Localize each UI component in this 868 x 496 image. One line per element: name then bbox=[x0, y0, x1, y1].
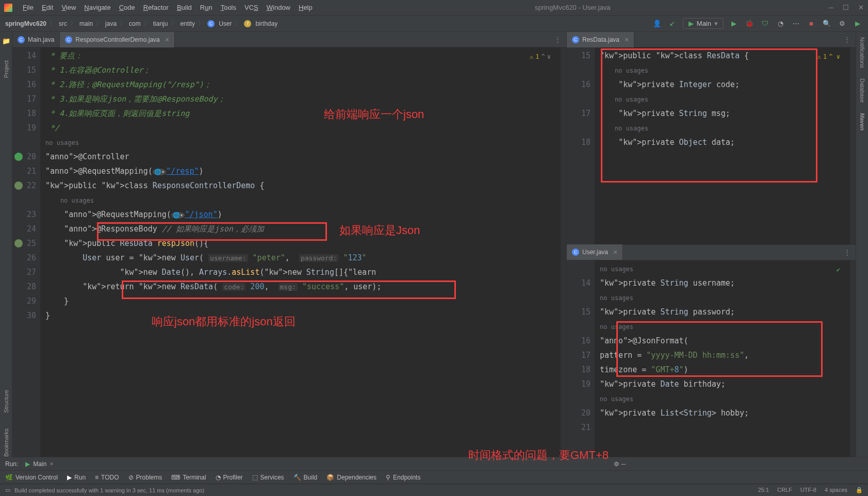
crumb-entity[interactable]: entity bbox=[180, 20, 195, 27]
stop-button[interactable]: ■ bbox=[806, 19, 816, 29]
field-icon: f bbox=[244, 20, 251, 27]
menu-code[interactable]: Code bbox=[115, 4, 139, 11]
run-panel-tab[interactable]: ▶ Main × bbox=[25, 460, 53, 468]
crumb-java[interactable]: java bbox=[105, 20, 117, 27]
tool-run[interactable]: ▶Run bbox=[67, 474, 86, 481]
tab-resdata[interactable]: C ResData.java × bbox=[567, 32, 634, 47]
minimize-icon[interactable]: ─ bbox=[829, 4, 833, 11]
project-tool-icon[interactable]: 📁 bbox=[2, 37, 10, 45]
add-user-icon[interactable]: 👤 bbox=[652, 19, 662, 29]
tab-close-icon[interactable]: × bbox=[625, 36, 629, 44]
menu-window[interactable]: Window bbox=[263, 4, 294, 11]
menu-run[interactable]: Run bbox=[196, 4, 217, 11]
tool-version-control[interactable]: 🌿Version Control bbox=[5, 474, 58, 481]
status-icon[interactable]: ▭ bbox=[5, 487, 10, 493]
tool-endpoints[interactable]: ⚲Endpoints bbox=[386, 474, 420, 481]
tab-main-java[interactable]: C Main.java bbox=[12, 32, 60, 47]
run-tab-label: Main bbox=[33, 460, 46, 468]
menu-file[interactable]: File bbox=[19, 4, 38, 11]
bottom-tool-bar: 🌿Version Control ▶Run ≡TODO ⊘Problems ⌨T… bbox=[0, 470, 868, 484]
ide-logo-icon bbox=[4, 4, 12, 12]
chevron-down-icon: ▾ bbox=[714, 20, 718, 27]
editor-right-bottom: C User.java × ⋮ ✔ 1415161718192021 no us… bbox=[567, 244, 856, 457]
tool-build[interactable]: 🔨Build bbox=[293, 474, 318, 481]
tool-dependencies[interactable]: 📦Dependencies bbox=[326, 474, 376, 481]
main-toolbar: 👤 ↙ ▶ Main ▾ ▶ 🐞 🛡 ◔ ⋯ ■ 🔍 ⚙ ▶ bbox=[652, 18, 863, 29]
left-tool-strip: 📁 Project Structure Bookmarks bbox=[0, 32, 12, 457]
side-database[interactable]: Database bbox=[859, 78, 865, 103]
tab-menu-icon[interactable]: ⋮ bbox=[839, 249, 856, 256]
menu-vcs[interactable]: VCS bbox=[240, 4, 263, 11]
right-top-tabs: C ResData.java × ⋮ bbox=[567, 32, 856, 47]
crumb-com[interactable]: com bbox=[129, 20, 141, 27]
class-icon: C bbox=[207, 20, 215, 27]
java-class-icon: C bbox=[18, 36, 25, 43]
menu-help[interactable]: Help bbox=[294, 4, 317, 11]
window-title: springMvc620 - User.java bbox=[317, 4, 829, 11]
side-structure[interactable]: Structure bbox=[3, 390, 9, 413]
menu-tools[interactable]: Tools bbox=[217, 4, 240, 11]
settings-icon[interactable]: ⚙ bbox=[837, 19, 847, 29]
run-config-selector[interactable]: ▶ Main ▾ bbox=[683, 18, 724, 29]
crumb-src[interactable]: src bbox=[59, 20, 67, 27]
tab-response-controller[interactable]: C ResponseControllerDemo.java × bbox=[60, 32, 175, 47]
profiler-button[interactable]: ◔ bbox=[775, 19, 785, 29]
debug-button[interactable]: 🐞 bbox=[744, 19, 755, 29]
menu-edit[interactable]: Edit bbox=[38, 4, 57, 11]
tool-profiler[interactable]: ◔Profiler bbox=[216, 474, 243, 481]
search-icon[interactable]: 🔍 bbox=[822, 19, 832, 29]
tab-close-icon[interactable]: × bbox=[50, 460, 53, 468]
tab-user-java[interactable]: C User.java × bbox=[567, 244, 623, 260]
play-alt-icon[interactable]: ▶ bbox=[853, 19, 863, 29]
back-arrow-icon[interactable]: ↙ bbox=[667, 19, 678, 29]
tab-label: User.java bbox=[582, 249, 608, 256]
encoding[interactable]: UTF-8 bbox=[800, 487, 816, 493]
code-area-right-top[interactable]: ⚠ 1 ^ ∨ 15161718 "kw">public "kw">class … bbox=[567, 47, 856, 244]
tab-menu-icon[interactable]: ⋮ bbox=[549, 36, 566, 43]
caret-position[interactable]: 25:1 bbox=[758, 487, 769, 493]
maximize-icon[interactable]: ☐ bbox=[843, 4, 849, 11]
side-maven[interactable]: Maven bbox=[859, 113, 865, 130]
crumb-user[interactable]: User bbox=[219, 20, 232, 27]
titlebar: File Edit View Navigate Code Refactor Bu… bbox=[0, 0, 868, 15]
coverage-button[interactable]: 🛡 bbox=[760, 19, 770, 29]
attach-button[interactable]: ⋯ bbox=[791, 19, 801, 29]
tool-services[interactable]: ⬚Services bbox=[252, 474, 284, 481]
status-message: Build completed successfully with 1 warn… bbox=[14, 487, 758, 493]
breadcrumb[interactable]: springMvc620 〉src 〉main 〉java 〉com 〉tian… bbox=[5, 19, 277, 28]
menu-build[interactable]: Build bbox=[173, 4, 196, 11]
crumb-project[interactable]: springMvc620 bbox=[5, 20, 46, 27]
run-settings-icon[interactable]: ⚙ ─ bbox=[614, 460, 863, 468]
tab-menu-icon[interactable]: ⋮ bbox=[839, 36, 856, 43]
run-button[interactable]: ▶ bbox=[729, 19, 739, 29]
code-area-left[interactable]: ⚠ 1 ^ ∨ 14151617181920212223242526272829… bbox=[12, 47, 566, 457]
status-bar: ▭ Build completed successfully with 1 wa… bbox=[0, 484, 868, 496]
run-panel-label: Run: bbox=[5, 460, 18, 468]
java-class-icon: C bbox=[572, 36, 579, 43]
run-config-label: Main bbox=[697, 20, 711, 27]
crumb-birthday[interactable]: birthday bbox=[255, 20, 277, 27]
tool-todo[interactable]: ≡TODO bbox=[95, 474, 119, 481]
lock-icon[interactable]: 🔒 bbox=[856, 487, 863, 493]
run-triangle-icon: ▶ bbox=[689, 20, 694, 27]
code-area-right-bottom[interactable]: ✔ 1415161718192021 no usages"kw">private… bbox=[567, 260, 856, 457]
tool-terminal[interactable]: ⌨Terminal bbox=[171, 474, 206, 481]
side-project[interactable]: Project bbox=[3, 60, 9, 78]
tab-close-icon[interactable]: × bbox=[165, 36, 169, 44]
tool-problems[interactable]: ⊘Problems bbox=[128, 474, 162, 481]
run-panel: Run: ▶ Main × ⚙ ─ bbox=[0, 457, 868, 470]
side-bookmarks[interactable]: Bookmarks bbox=[3, 428, 9, 457]
crumb-main[interactable]: main bbox=[79, 20, 93, 27]
crumb-tianju[interactable]: tianju bbox=[153, 20, 168, 27]
line-ending[interactable]: CRLF bbox=[777, 487, 792, 493]
right-bottom-tabs: C User.java × ⋮ bbox=[567, 245, 856, 260]
menu-refactor[interactable]: Refactor bbox=[139, 4, 173, 11]
tab-label: ResData.java bbox=[582, 36, 619, 43]
tab-close-icon[interactable]: × bbox=[613, 248, 617, 256]
close-icon[interactable]: ✕ bbox=[858, 4, 864, 11]
menu-navigate[interactable]: Navigate bbox=[80, 4, 114, 11]
menu-view[interactable]: View bbox=[57, 4, 80, 11]
indent[interactable]: 4 spaces bbox=[825, 487, 847, 493]
side-notifications[interactable]: Notifications bbox=[859, 37, 865, 68]
java-class-icon: C bbox=[65, 36, 72, 43]
